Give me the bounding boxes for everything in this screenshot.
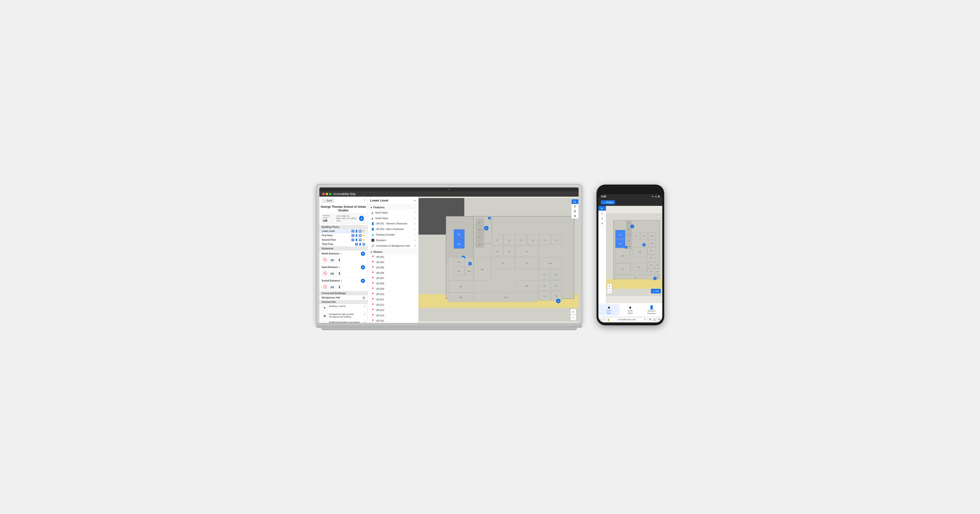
phone-zoom-in[interactable]: + (607, 284, 612, 288)
phone-bottom-south-stairs[interactable]: ▲ SouthStairs (620, 304, 641, 315)
maximize-dot[interactable] (329, 193, 331, 195)
svg-text:017: 017 (635, 235, 637, 237)
womens-restroom-plus[interactable]: + (414, 222, 416, 226)
euclid-entrance-icons: 🚫 🚌 1 (322, 284, 365, 290)
building-code: UR (323, 219, 334, 223)
room-ur-002[interactable]: 📍UR-002 (368, 255, 418, 260)
phone-zoom-out[interactable]: − (607, 288, 612, 293)
browser-refresh-icon[interactable]: ↺ (644, 318, 646, 321)
minimize-dot[interactable] (326, 193, 328, 195)
back-button[interactable]: ← Back (322, 199, 334, 203)
drinking-fountain-icon: 💧 (371, 233, 375, 236)
feature-mens-restroom[interactable]: 👤UR-003 - Men's Restroom + (368, 227, 418, 232)
gi-info-3[interactable]: ℹ (364, 321, 365, 323)
room-ur-015[interactable]: 📍UR-015 (368, 318, 418, 323)
general-info-section-header: General Info (320, 300, 368, 304)
room-ur-006[interactable]: 📍UR-006 (368, 271, 418, 276)
svg-text:027: 027 (543, 274, 546, 275)
features-section-header[interactable]: ▲ Features (368, 205, 418, 210)
euclid-entrance-info[interactable]: ℹ (341, 280, 342, 282)
feature-north-stairs[interactable]: ▲North Stairs + (368, 210, 418, 215)
room-ur-010[interactable]: 📍UR-010 (368, 292, 418, 297)
browser-bookmarks-button[interactable]: 📖 (653, 318, 657, 321)
gi-info-1[interactable]: ℹ (364, 305, 365, 307)
close-dot[interactable] (322, 193, 325, 195)
north-stairs-plus[interactable]: + (414, 211, 416, 214)
east-entrance-title: East Entrance ℹ ➤ (322, 265, 365, 269)
south-stairs-plus[interactable]: + (414, 216, 416, 220)
level-1[interactable]: 1 (572, 204, 578, 209)
montgomery-info[interactable]: ℹ (415, 244, 416, 248)
room-ur-007[interactable]: 📍UR-007 (368, 276, 418, 281)
svg-text:021: 021 (544, 239, 546, 241)
feature-south-stairs[interactable]: ▲South Stairs + (368, 215, 418, 221)
svg-text:020: 020 (532, 239, 534, 241)
phone-level-ll[interactable]: LL (598, 206, 606, 211)
floor-row-third[interactable]: Third Floor ♿ 👤 🚻 (320, 242, 368, 247)
room-ur-009[interactable]: 📍UR-009 (368, 286, 418, 292)
phone-notch (621, 188, 640, 193)
north-entrance-nav[interactable]: ➤ (361, 251, 365, 256)
room-ur-014[interactable]: 📍UR-014 (368, 313, 418, 318)
feature-drinking-fountain[interactable]: 💧Drinking Fountain + (368, 232, 418, 238)
phone-status-icons: ▪▪▪ ▲ ▮ (652, 195, 659, 197)
east-entrance-info[interactable]: ℹ (339, 266, 340, 269)
euclid-entrance-nav[interactable]: ➤ (361, 278, 365, 283)
floor-name-third: Third Floor (322, 243, 355, 245)
north-entrance-info[interactable]: ℹ (340, 253, 341, 255)
browser-lock-icon: 🔒 (607, 318, 610, 321)
phone-bottom-north-stairs[interactable]: ▲ NorthStairs (598, 304, 620, 315)
phone-bottom-womans-restroom[interactable]: 👤 Woman'sRestroom (641, 304, 662, 315)
elevators-plus[interactable]: + (414, 239, 416, 242)
map-area[interactable]: 012 013 014 015 001 002 (418, 197, 579, 323)
gi-text-2: Navigational signs posted throughout the… (329, 313, 363, 318)
floor-row-first[interactable]: First Floor ♿ 👤 🚻 📁 (320, 234, 368, 238)
level-2[interactable]: 2 (572, 209, 578, 213)
east-entrance-nav[interactable]: ➤ (361, 265, 365, 269)
mp-close-button[interactable]: × (414, 199, 416, 202)
level-3[interactable]: 3 (572, 213, 578, 218)
browser-url-bar[interactable]: 🔒 constellarmap.com ↺ (605, 318, 648, 321)
room-icon-ur002: 📍 (371, 255, 375, 258)
browser-share-button[interactable]: ⬆ (649, 318, 651, 321)
gi-info-2[interactable]: ℹ (364, 313, 365, 315)
floor-row-second[interactable]: Second Floor ♿ 👤 🚻 📁 (320, 238, 368, 242)
rooms-section-header[interactable]: ▲ Rooms (368, 249, 418, 255)
navigate-button[interactable]: ➤ (359, 216, 364, 221)
floor-icon-person: 👤 (355, 230, 358, 232)
phone-level-3[interactable]: 3 (598, 221, 606, 226)
phone-level-selector: LL 1 2 3 (598, 206, 606, 303)
level-ll[interactable]: LL (572, 199, 578, 204)
svg-text:015: 015 (478, 243, 480, 245)
floor-row-lower[interactable]: Lower Level ♿ 👤 🚻 📁 (320, 229, 368, 234)
svg-text:011: 011 (504, 296, 507, 298)
drinking-fountain-plus[interactable]: + (414, 233, 416, 237)
phone-level-1[interactable]: 1 (598, 211, 606, 216)
room-ur-012[interactable]: 📍UR-012 (368, 302, 418, 308)
building-code-row: Building Code: UR 1111 Main St. New York… (321, 213, 366, 223)
phone-map[interactable]: 001 002 012 013 014 015 016 (606, 206, 662, 303)
zoom-out-button[interactable]: − (570, 315, 576, 320)
info-button[interactable]: ℹ (364, 199, 365, 201)
feature-elevators[interactable]: ⬛Elevators + (368, 238, 418, 243)
browser-tabs-button[interactable]: ⧉ (659, 318, 660, 321)
connected-building-row[interactable]: Montgomery Hall 🏢 (320, 295, 368, 300)
room-ur-004[interactable]: 📍UR-004 (368, 260, 418, 265)
womans-restroom-bottom-label: Woman'sRestroom (647, 310, 656, 314)
browser-forward-button[interactable]: › (603, 318, 604, 321)
phone-level-2[interactable]: 2 (598, 216, 606, 221)
phone-details-button[interactable]: ← Details (601, 200, 616, 204)
room-ur-008[interactable]: 📍UR-008 (368, 281, 418, 286)
room-ur-011[interactable]: 📍UR-011 (368, 297, 418, 302)
phone-list-button[interactable]: ≡ List (651, 289, 660, 293)
zoom-in-button[interactable]: + (570, 309, 576, 315)
floor-icons-third: ♿ 👤 🚻 (355, 243, 365, 245)
room-ur-005[interactable]: 📍UR-005 (368, 265, 418, 271)
room-ur-013[interactable]: 📍UR-013 (368, 308, 418, 313)
feature-montgomery-connection[interactable]: 🔗Connection to Montgomery Hall ℹ (368, 243, 418, 249)
browser-back-button[interactable]: ‹ (600, 318, 601, 321)
svg-text:♿: ♿ (654, 278, 656, 280)
feature-womens-restroom[interactable]: 👤UR-001 - Women's Restroom + (368, 221, 418, 227)
womens-restroom-icon: 👤 (371, 222, 375, 225)
mens-restroom-plus[interactable]: + (414, 228, 416, 231)
